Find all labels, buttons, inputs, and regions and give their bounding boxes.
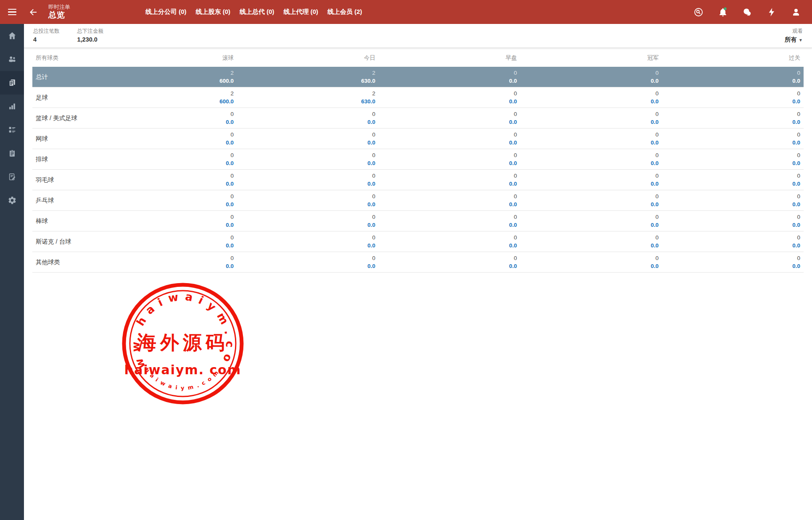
home-icon	[8, 31, 17, 40]
table-row: 排球00.000.000.000.000.0	[32, 149, 804, 170]
bet-amount-link[interactable]: 0.0	[524, 200, 659, 208]
search-icon[interactable]	[693, 7, 704, 17]
bet-amount-link[interactable]: 600.0	[99, 77, 234, 85]
row-label: 乒乓球	[32, 190, 95, 211]
bet-count: 0	[524, 151, 659, 159]
nav-online-shareholder[interactable]: 线上股东 (0)	[196, 8, 231, 16]
bet-amount-link[interactable]: 0.0	[382, 139, 517, 147]
users-icon	[8, 55, 17, 64]
view-filter-dropdown[interactable]: 所有▼	[785, 36, 803, 43]
bet-amount-link[interactable]: 0.0	[524, 77, 659, 85]
bet-amount-link[interactable]: 0.0	[240, 221, 375, 229]
bet-amount-link[interactable]: 600.0	[99, 97, 234, 105]
row-label: 羽毛球	[32, 170, 95, 190]
bet-amount-link[interactable]: 0.0	[524, 118, 659, 126]
nav-online-branch[interactable]: 线上分公司 (0)	[145, 8, 187, 16]
sidebar-item-statistics[interactable]	[0, 95, 24, 118]
bet-count: 0	[99, 254, 234, 262]
flash-icon[interactable]	[767, 7, 777, 17]
bet-amount-link[interactable]: 0.0	[240, 262, 375, 270]
bet-amount-link[interactable]: 0.0	[382, 221, 517, 229]
bet-amount-link[interactable]: 0.0	[382, 262, 517, 270]
bet-count: 0	[99, 151, 234, 159]
bet-amount-link[interactable]: 0.0	[99, 139, 234, 147]
page-title: 总览	[48, 11, 70, 20]
bet-amount-link[interactable]: 0.0	[665, 77, 800, 85]
bet-amount-link[interactable]: 0.0	[99, 200, 234, 208]
stat-cell: 00.0	[237, 211, 379, 231]
stat-cell: 00.0	[662, 190, 804, 211]
sidebar-item-notes[interactable]	[0, 165, 24, 189]
view-filter: 观看 所有▼	[785, 28, 803, 43]
stat-cell: 00.0	[520, 170, 662, 190]
stat-cell: 00.0	[520, 149, 662, 170]
sidebar-item-clipboard[interactable]	[0, 142, 24, 165]
stat-total-bets: 总投注笔数 4	[33, 28, 60, 43]
bet-amount-link[interactable]: 0.0	[382, 118, 517, 126]
bet-amount-link[interactable]: 630.0	[240, 97, 375, 105]
back-arrow-icon[interactable]	[24, 0, 42, 24]
bet-amount-link[interactable]: 630.0	[240, 77, 375, 85]
bet-amount-link[interactable]: 0.0	[524, 180, 659, 188]
bet-amount-link[interactable]: 0.0	[665, 159, 800, 167]
bet-amount-link[interactable]: 0.0	[240, 118, 375, 126]
sidebar-item-members[interactable]	[0, 47, 24, 71]
bet-amount-link[interactable]: 0.0	[99, 180, 234, 188]
bet-amount-link[interactable]: 0.0	[240, 200, 375, 208]
stat-cell: 00.0	[379, 211, 520, 231]
bet-amount-link[interactable]: 0.0	[382, 200, 517, 208]
stat-cell: 00.0	[662, 87, 804, 108]
nav-online-member[interactable]: 线上会员 (2)	[327, 8, 362, 16]
sidebar-item-reports[interactable]	[0, 71, 24, 95]
notifications-icon[interactable]	[718, 7, 728, 17]
bet-count: 0	[99, 131, 234, 139]
bet-amount-link[interactable]: 0.0	[99, 262, 234, 270]
sidebar-item-orders[interactable]	[0, 118, 24, 142]
bet-count: 0	[382, 151, 517, 159]
bet-count: 0	[665, 192, 800, 200]
bet-amount-link[interactable]: 0.0	[524, 97, 659, 105]
stat-cell: 00.0	[95, 129, 237, 149]
bet-amount-link[interactable]: 0.0	[524, 262, 659, 270]
sidebar-item-settings[interactable]	[0, 189, 24, 212]
bet-amount-link[interactable]: 0.0	[524, 159, 659, 167]
bet-amount-link[interactable]: 0.0	[382, 180, 517, 188]
bet-amount-link[interactable]: 0.0	[240, 180, 375, 188]
stat-cell: 00.0	[237, 149, 379, 170]
bet-amount-link[interactable]: 0.0	[665, 200, 800, 208]
bet-amount-link[interactable]: 0.0	[382, 77, 517, 85]
bet-count: 2	[240, 89, 375, 97]
bet-amount-link[interactable]: 0.0	[99, 118, 234, 126]
nav-online-master-agent[interactable]: 线上总代 (0)	[240, 8, 274, 16]
bet-amount-link[interactable]: 0.0	[240, 242, 375, 249]
bet-amount-link[interactable]: 0.0	[382, 159, 517, 167]
bet-amount-link[interactable]: 0.0	[665, 221, 800, 229]
stat-cell: 2630.0	[237, 87, 379, 108]
stat-cell: 00.0	[520, 87, 662, 108]
bet-amount-link[interactable]: 0.0	[240, 139, 375, 147]
bet-amount-link[interactable]: 0.0	[524, 242, 659, 249]
bet-amount-link[interactable]: 0.0	[99, 221, 234, 229]
documents-icon	[8, 78, 17, 87]
bet-amount-link[interactable]: 0.0	[524, 221, 659, 229]
bet-amount-link[interactable]: 0.0	[665, 262, 800, 270]
bet-amount-link[interactable]: 0.0	[665, 97, 800, 105]
bet-amount-link[interactable]: 0.0	[665, 180, 800, 188]
hamburger-menu-icon[interactable]	[0, 0, 24, 24]
bet-amount-link[interactable]: 0.0	[665, 118, 800, 126]
account-icon[interactable]	[791, 7, 801, 17]
bet-count: 0	[382, 69, 517, 77]
sidebar-item-home[interactable]	[0, 24, 24, 47]
nav-online-agent[interactable]: 线上代理 (0)	[284, 8, 319, 16]
bet-amount-link[interactable]: 0.0	[99, 159, 234, 167]
bet-amount-link[interactable]: 0.0	[240, 159, 375, 167]
bet-amount-link[interactable]: 0.0	[99, 242, 234, 249]
chat-icon[interactable]	[742, 7, 752, 17]
bet-amount-link[interactable]: 0.0	[524, 139, 659, 147]
bet-amount-link[interactable]: 0.0	[665, 139, 800, 147]
bet-amount-link[interactable]: 0.0	[382, 97, 517, 105]
bet-count: 0	[665, 151, 800, 159]
bet-amount-link[interactable]: 0.0	[382, 242, 517, 249]
stat-cell: 00.0	[662, 108, 804, 129]
bet-amount-link[interactable]: 0.0	[665, 242, 800, 249]
